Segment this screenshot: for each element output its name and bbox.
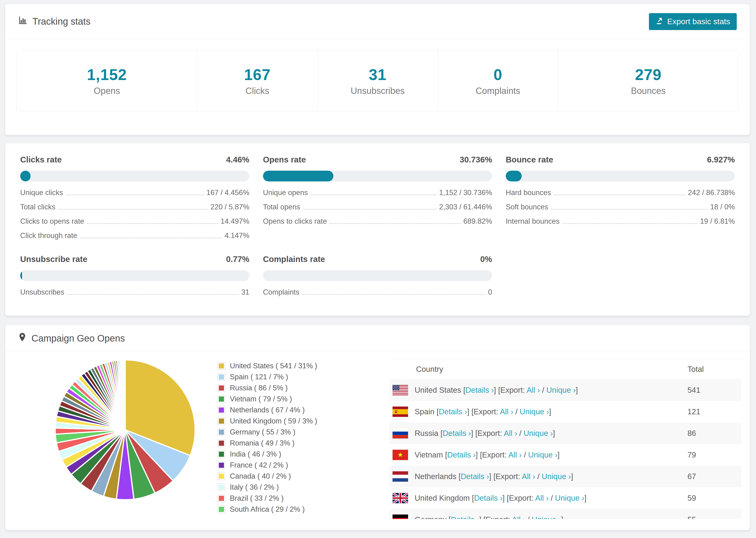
stat-label: Clicks bbox=[245, 86, 269, 96]
geo-opens-card: Campaign Geo Opens United States ( 541 /… bbox=[5, 325, 750, 530]
legend-label: Canada ( 40 / 2% ) bbox=[230, 472, 291, 480]
stat-label: Opens bbox=[94, 86, 120, 96]
geo-table: Country Total United States [Details ›] … bbox=[389, 359, 741, 519]
legend-swatch bbox=[218, 506, 225, 513]
legend-swatch bbox=[218, 484, 225, 491]
total-cell: 79 bbox=[687, 451, 741, 459]
legend-item: Vietnam ( 79 / 5% ) bbox=[218, 395, 317, 403]
complaints-rate-value: 0% bbox=[480, 254, 492, 264]
vn-flag-icon bbox=[393, 450, 408, 460]
rate-detail-row: Soft bounces18 / 0% bbox=[506, 203, 735, 211]
geo-table-row-es: Spain [Details ›] [Export: All › / Uniqu… bbox=[389, 401, 741, 422]
rate-detail-row: Complaints0 bbox=[263, 288, 492, 296]
details-link[interactable]: Details › bbox=[447, 451, 476, 459]
export-all-link[interactable]: All › bbox=[508, 451, 522, 459]
rate-detail-row: Unique opens1,152 / 30.736% bbox=[263, 188, 492, 197]
legend-label: Netherlands ( 67 / 4% ) bbox=[230, 406, 305, 414]
column-header-country: Country bbox=[389, 365, 687, 374]
es-flag-icon bbox=[393, 406, 408, 417]
rate-detail-row: Unique clicks167 / 4.456% bbox=[20, 188, 249, 197]
bounce-rate-bar bbox=[506, 171, 735, 182]
page-title: Tracking stats bbox=[32, 16, 90, 27]
export-unique-link[interactable]: Unique › bbox=[555, 494, 584, 502]
export-all-link[interactable]: All › bbox=[527, 386, 540, 394]
geo-pie-chart bbox=[52, 357, 198, 519]
complaints-rate-title: Complaints rate bbox=[263, 254, 325, 264]
export-all-link[interactable]: All › bbox=[500, 407, 513, 416]
legend-swatch bbox=[218, 495, 225, 502]
tracking-stats-header: Tracking stats Export basic stats bbox=[5, 4, 750, 39]
details-link[interactable]: Details › bbox=[465, 386, 494, 394]
details-link[interactable]: Details › bbox=[474, 494, 503, 502]
total-cell: 59 bbox=[687, 494, 741, 503]
legend-label: Italy ( 36 / 2% ) bbox=[230, 483, 279, 492]
rate-detail-row: Hard bounces242 / 86.738% bbox=[506, 188, 735, 197]
stat-tile-bounces: 279 Bounces bbox=[558, 50, 738, 111]
legend-label: South Africa ( 29 / 2% ) bbox=[230, 505, 305, 513]
export-unique-link[interactable]: Unique › bbox=[520, 407, 549, 416]
country-cell: United States [Details ›] [Export: All ›… bbox=[415, 386, 687, 395]
complaints-rate-bar bbox=[263, 270, 492, 281]
export-all-link[interactable]: All › bbox=[535, 494, 549, 502]
rate-detail-row: Total clicks220 / 5.87% bbox=[20, 203, 249, 211]
legend-item: India ( 46 / 3% ) bbox=[218, 450, 317, 458]
clicks-rate-bar bbox=[20, 171, 249, 182]
export-icon bbox=[656, 17, 664, 27]
export-unique-link[interactable]: Unique › bbox=[546, 386, 576, 394]
legend-label: France ( 42 / 2% ) bbox=[230, 461, 288, 469]
unsubscribe-rate-value: 0.77% bbox=[226, 254, 249, 264]
legend-swatch bbox=[218, 406, 225, 414]
geo-opens-header: Campaign Geo Opens bbox=[5, 325, 750, 352]
export-all-link[interactable]: All › bbox=[512, 515, 525, 519]
stat-tile-clicks: 167 Clicks bbox=[197, 50, 317, 111]
export-unique-link[interactable]: Unique › bbox=[523, 429, 553, 438]
legend-item: South Africa ( 29 / 2% ) bbox=[218, 505, 317, 513]
stat-label: Bounces bbox=[631, 86, 666, 96]
legend-label: Vietnam ( 79 / 5% ) bbox=[230, 395, 292, 403]
geo-table-row-us: United States [Details ›] [Export: All ›… bbox=[389, 379, 741, 401]
geo-table-row-de: Germany [Details ›] [Export: All › / Uni… bbox=[389, 509, 741, 519]
legend-swatch bbox=[218, 451, 225, 458]
bounce-rate-title: Bounce rate bbox=[506, 155, 553, 164]
details-link[interactable]: Details › bbox=[460, 472, 489, 481]
geo-opens-title: Campaign Geo Opens bbox=[31, 333, 125, 344]
export-unique-link[interactable]: Unique › bbox=[532, 515, 561, 519]
export-unique-link[interactable]: Unique › bbox=[528, 451, 558, 459]
rate-detail-row: Total opens2,303 / 61.446% bbox=[263, 203, 492, 211]
details-link[interactable]: Details › bbox=[451, 515, 479, 519]
clicks-rate-block: Clicks rate 4.46% Unique clicks167 / 4.4… bbox=[20, 155, 249, 240]
details-link[interactable]: Details › bbox=[443, 429, 471, 438]
bounce-rate-value: 6.927% bbox=[707, 155, 735, 164]
total-cell: 86 bbox=[687, 429, 741, 438]
rate-detail-row: Click through rate4.147% bbox=[20, 232, 249, 240]
country-cell: Spain [Details ›] [Export: All › / Uniqu… bbox=[415, 407, 687, 416]
stat-value: 0 bbox=[494, 66, 503, 83]
export-all-link[interactable]: All › bbox=[504, 429, 517, 438]
de-flag-icon bbox=[393, 514, 408, 519]
country-cell: Russia [Details ›] [Export: All › / Uniq… bbox=[415, 429, 687, 438]
legend-item: Spain ( 121 / 7% ) bbox=[218, 373, 317, 381]
export-basic-stats-button[interactable]: Export basic stats bbox=[649, 13, 737, 30]
legend-swatch bbox=[218, 417, 225, 425]
legend-item: United Kingdom ( 59 / 3% ) bbox=[218, 417, 317, 425]
legend-label: United Kingdom ( 59 / 3% ) bbox=[230, 417, 317, 425]
legend-label: Russia ( 86 / 5% ) bbox=[230, 384, 288, 392]
export-all-link[interactable]: All › bbox=[522, 472, 535, 481]
geo-chart-pane: United States ( 541 / 31% ) Spain ( 121 … bbox=[18, 352, 389, 519]
gb-flag-icon bbox=[393, 493, 408, 503]
country-cell: United Kingdom [Details ›] [Export: All … bbox=[415, 494, 687, 503]
geo-table-header: Country Total bbox=[389, 359, 741, 379]
opens-rate-bar bbox=[263, 171, 492, 182]
map-pin-icon bbox=[18, 333, 26, 344]
opens-rate-value: 30.736% bbox=[460, 155, 492, 164]
us-flag-icon bbox=[393, 385, 408, 395]
stat-label: Complaints bbox=[476, 86, 520, 96]
legend-label: Romania ( 49 / 3% ) bbox=[230, 439, 295, 447]
legend-label: United States ( 541 / 31% ) bbox=[230, 362, 317, 370]
legend-label: Spain ( 121 / 7% ) bbox=[230, 373, 288, 381]
export-unique-link[interactable]: Unique › bbox=[542, 472, 571, 481]
details-link[interactable]: Details › bbox=[439, 407, 467, 416]
legend-item: Italy ( 36 / 2% ) bbox=[218, 483, 317, 492]
legend-item: United States ( 541 / 31% ) bbox=[218, 362, 317, 370]
legend-label: Germany ( 55 / 3% ) bbox=[230, 428, 296, 436]
